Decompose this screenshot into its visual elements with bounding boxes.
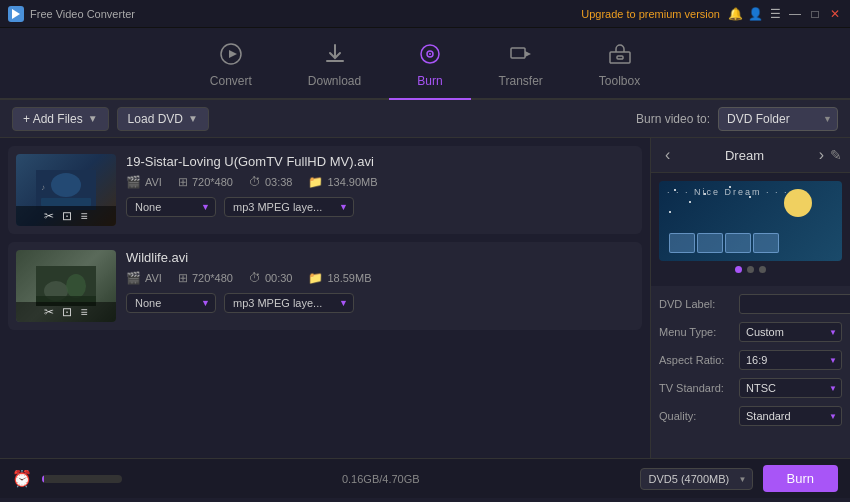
panel-edit-button[interactable]: ✎ <box>830 147 842 163</box>
file-thumbnail-2: ✂ ⊡ ≡ <box>16 250 116 322</box>
file-item-2: ✂ ⊡ ≡ Wildlife.avi 🎬 AVI ⊞ 720*480 <box>8 242 642 330</box>
load-dvd-button[interactable]: Load DVD ▼ <box>117 107 209 131</box>
theme-dot-3[interactable] <box>759 266 766 273</box>
panel-next-button[interactable]: › <box>813 144 830 166</box>
theme-canvas: · · · Nice Dream · · · <box>659 181 842 261</box>
menu-type-row: Menu Type: Custom Simple None <box>659 322 842 342</box>
clock-meta-icon-1: ⏱ <box>249 175 261 189</box>
theme-dots <box>659 261 842 278</box>
nav-download[interactable]: Download <box>280 36 389 98</box>
maximize-icon[interactable]: □ <box>808 7 822 21</box>
progress-bar-container <box>42 475 122 483</box>
size-value-1: 134.90MB <box>327 176 377 188</box>
aspect-ratio-select[interactable]: 16:9 4:3 <box>739 350 842 370</box>
size-meta-1: 📁 134.90MB <box>308 175 377 189</box>
navbar: Convert Download Burn Transfer <box>0 28 850 100</box>
subtitle-select-1[interactable]: None <box>126 197 216 217</box>
audio-select-1[interactable]: mp3 MPEG laye... <box>224 197 354 217</box>
resolution-value-1: 720*480 <box>192 176 233 188</box>
user-icon[interactable]: 👤 <box>748 7 762 21</box>
audio-select-2[interactable]: mp3 MPEG laye... <box>224 293 354 313</box>
menu-icon-1[interactable]: ≡ <box>80 209 87 223</box>
file-controls-1: None mp3 MPEG laye... <box>126 197 634 217</box>
aspect-ratio-row: Aspect Ratio: 16:9 4:3 <box>659 350 842 370</box>
quality-select-wrapper: Standard High Low <box>739 406 842 426</box>
film-cell-4 <box>753 233 779 253</box>
nav-convert[interactable]: Convert <box>182 36 280 98</box>
theme-dot-1[interactable] <box>735 266 742 273</box>
file-controls-2: None mp3 MPEG laye... <box>126 293 634 313</box>
folder-icon-1: 📁 <box>308 175 323 189</box>
film-icon-2: 🎬 <box>126 271 141 285</box>
dvd-label-row: DVD Label: <box>659 294 842 314</box>
menu-icon-2[interactable]: ≡ <box>80 305 87 319</box>
duration-meta-1: ⏱ 03:38 <box>249 175 293 189</box>
svg-rect-7 <box>610 52 630 63</box>
menu-type-select[interactable]: Custom Simple None <box>739 322 842 342</box>
dvd-label-input[interactable] <box>739 294 850 314</box>
resolution-icon-2: ⊞ <box>178 271 188 285</box>
svg-rect-8 <box>617 56 623 59</box>
svg-marker-0 <box>12 9 20 19</box>
nav-toolbox-label: Toolbox <box>599 74 640 88</box>
theme-name-label: Dream <box>676 148 812 163</box>
app-title: Free Video Converter <box>30 8 135 20</box>
titlebar-icons: 🔔 👤 ☰ — □ ✕ <box>728 7 842 21</box>
file-name-2: Wildlife.avi <box>126 250 634 265</box>
nav-download-label: Download <box>308 74 361 88</box>
disc-type-select[interactable]: DVD5 (4700MB) DVD9 (8500MB) <box>640 468 753 490</box>
panel-prev-button[interactable]: ‹ <box>659 144 676 166</box>
folder-icon-2: 📁 <box>308 271 323 285</box>
burn-video-select-wrapper: DVD Folder DVD Disc ISO File <box>718 107 838 131</box>
burn-video-to-label: Burn video to: <box>636 112 710 126</box>
app-logo <box>8 6 24 22</box>
disc-type-wrapper: DVD5 (4700MB) DVD9 (8500MB) <box>640 468 753 490</box>
scissors-icon-2[interactable]: ✂ <box>44 305 54 319</box>
settings-panel: DVD Label: Menu Type: Custom Simple None… <box>651 286 850 458</box>
resolution-meta-1: ⊞ 720*480 <box>178 175 233 189</box>
tv-standard-select[interactable]: NTSC PAL <box>739 378 842 398</box>
clock-icon[interactable]: ⏰ <box>12 469 32 488</box>
audio-select-wrapper-2: mp3 MPEG laye... <box>224 293 354 313</box>
quality-select[interactable]: Standard High Low <box>739 406 842 426</box>
duration-value-2: 00:30 <box>265 272 293 284</box>
crop-icon-2[interactable]: ⊡ <box>62 305 72 319</box>
nav-burn[interactable]: Burn <box>389 36 470 98</box>
minimize-icon[interactable]: — <box>788 7 802 21</box>
aspect-ratio-text: Aspect Ratio: <box>659 354 739 366</box>
nav-transfer[interactable]: Transfer <box>471 36 571 98</box>
svg-rect-12 <box>41 198 91 206</box>
scissors-icon-1[interactable]: ✂ <box>44 209 54 223</box>
nav-convert-label: Convert <box>210 74 252 88</box>
theme-dot-2[interactable] <box>747 266 754 273</box>
menu-type-text: Menu Type: <box>659 326 739 338</box>
burn-button[interactable]: Burn <box>763 465 838 492</box>
close-icon[interactable]: ✕ <box>828 7 842 21</box>
tv-standard-row: TV Standard: NTSC PAL <box>659 378 842 398</box>
format-meta-1: 🎬 AVI <box>126 175 162 189</box>
subtitle-select-2[interactable]: None <box>126 293 216 313</box>
format-value-2: AVI <box>145 272 162 284</box>
load-dvd-label: Load DVD <box>128 112 183 126</box>
resolution-meta-2: ⊞ 720*480 <box>178 271 233 285</box>
svg-point-15 <box>66 274 86 298</box>
crop-icon-1[interactable]: ⊡ <box>62 209 72 223</box>
toolbar: + Add Files ▼ Load DVD ▼ Burn video to: … <box>0 100 850 138</box>
duration-meta-2: ⏱ 00:30 <box>249 271 293 285</box>
titlebar: Free Video Converter Upgrade to premium … <box>0 0 850 28</box>
film-cell-2 <box>697 233 723 253</box>
burn-icon <box>418 42 442 72</box>
file-item: ♪ ✂ ⊡ ≡ 19-Sistar-Loving U(GomTV FullHD … <box>8 146 642 234</box>
theme-film-strip <box>669 233 779 253</box>
file-list: ♪ ✂ ⊡ ≡ 19-Sistar-Loving U(GomTV FullHD … <box>0 138 650 458</box>
menu-icon[interactable]: ☰ <box>768 7 782 21</box>
star-6 <box>669 211 671 213</box>
add-files-button[interactable]: + Add Files ▼ <box>12 107 109 131</box>
alert-icon[interactable]: 🔔 <box>728 7 742 21</box>
burn-video-select[interactable]: DVD Folder DVD Disc ISO File <box>718 107 838 131</box>
nav-toolbox[interactable]: Toolbox <box>571 36 668 98</box>
upgrade-link[interactable]: Upgrade to premium version <box>581 8 720 20</box>
quality-row: Quality: Standard High Low <box>659 406 842 426</box>
format-value-1: AVI <box>145 176 162 188</box>
progress-bar-fill <box>42 475 44 483</box>
